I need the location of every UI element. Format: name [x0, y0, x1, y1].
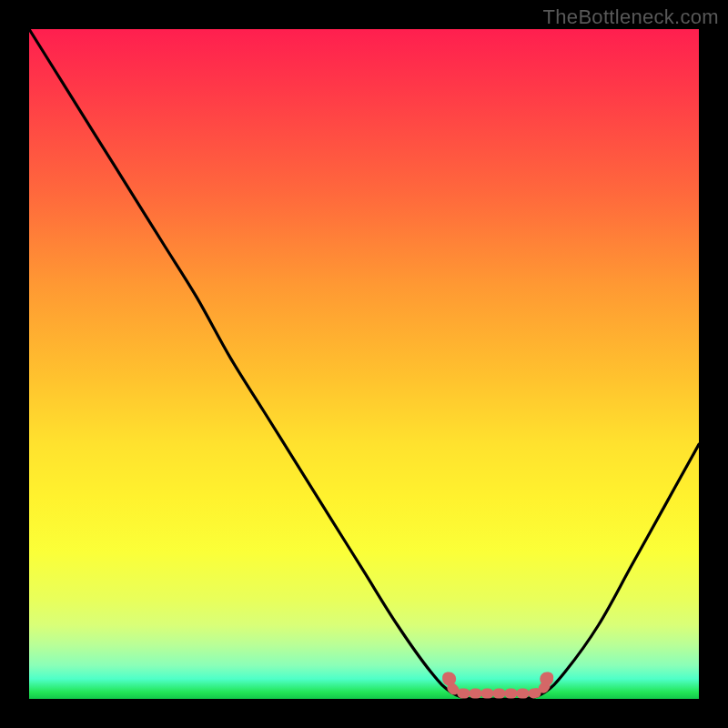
bottleneck-curve-path — [29, 29, 699, 700]
chart-frame: TheBottleneck.com — [0, 0, 728, 728]
valley-marker-path — [448, 677, 549, 693]
watermark-text: TheBottleneck.com — [543, 5, 719, 29]
valley-marker-dot-left — [442, 672, 456, 686]
valley-marker-dot-right — [540, 672, 553, 686]
chart-plot-area — [29, 29, 699, 699]
bottleneck-curve-svg — [29, 29, 699, 699]
